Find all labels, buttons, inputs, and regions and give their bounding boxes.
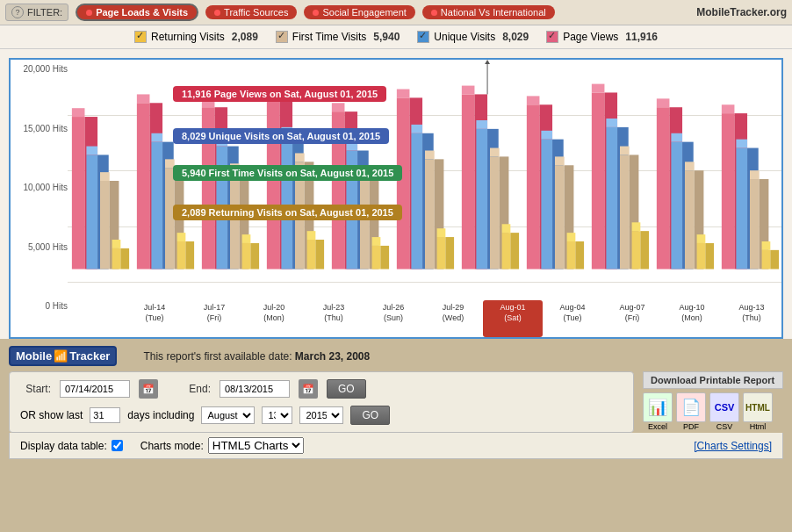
excel-icon: 📊 [643,392,673,422]
svg-marker-100 [592,84,605,93]
bar-group-0 [72,108,129,269]
filter-tab-national[interactable]: National Vs International [422,5,555,19]
svg-rect-22 [185,241,194,270]
svg-rect-63 [411,133,422,270]
day-select[interactable]: 13 [262,406,292,424]
x-label-aug04: Aug-04(Tue) [543,300,602,337]
start-label: Start: [20,383,51,395]
y-label-10k: 10,000 Hits [15,183,68,192]
svg-rect-89 [541,140,552,270]
svg-rect-132 [770,250,779,270]
start-calendar-icon[interactable]: 📅 [139,379,158,399]
filter-tab-label: Page Loads & Visits [96,7,188,18]
y-label-0: 0 Hits [15,301,68,311]
legend-checkbox-unique[interactable] [417,31,429,43]
svg-marker-17 [151,133,162,142]
controls-left: Start: 📅 End: 📅 GO OR show last days inc… [20,379,623,425]
svg-rect-54 [360,176,370,269]
svg-rect-6 [100,181,110,270]
days-label: days including [127,409,194,421]
charts-mode-select[interactable]: HTML5 Charts [208,437,304,454]
charts-mode-label: Charts mode: [140,440,204,452]
svg-rect-86 [527,104,540,269]
svg-rect-36 [267,101,280,269]
bar-group-9 [657,98,714,269]
bar-group-5 [397,90,454,270]
download-pdf[interactable]: 📄 PDF [676,392,706,431]
svg-marker-2 [72,108,85,117]
svg-rect-60 [397,97,410,269]
svg-rect-92 [555,165,565,269]
legend-unique: Unique Visits 8,029 [417,31,529,43]
svg-marker-62 [397,90,410,98]
days-input[interactable] [90,407,120,423]
pdf-label: PDF [683,422,699,431]
svg-rect-104 [620,155,630,269]
y-label-5k: 5,000 Hits [15,242,68,252]
download-excel[interactable]: 📊 Excel [643,392,673,431]
filter-tab-label3: Social Engagement [322,7,406,18]
svg-rect-110 [657,107,670,269]
svg-rect-21 [177,241,186,270]
month-select[interactable]: August [201,406,255,424]
x-label-aug07: Aug-07(Fri) [602,300,662,337]
bar-group-7 [527,96,584,269]
legend-checkbox-returning[interactable] [134,31,147,43]
x-label-jul23: Jul-23(Thu) [304,300,364,337]
svg-rect-45 [307,240,316,270]
svg-marker-68 [425,150,435,159]
svg-marker-59 [372,237,381,246]
svg-marker-71 [437,228,446,237]
svg-rect-116 [685,170,695,269]
brand-logo: Mobile 📶 Tracker [9,346,117,366]
legend-checkbox-pageviews[interactable] [546,31,558,43]
filter-tab-social[interactable]: Social Engagement [304,5,414,19]
svg-marker-124 [722,104,735,113]
charts-settings-link[interactable]: [Charts Settings] [694,440,772,452]
download-csv[interactable]: CSV CSV [709,392,739,431]
x-label-jul20: Jul-20(Mon) [244,300,304,337]
end-label: End: [180,383,211,395]
svg-rect-3 [86,155,97,269]
filter-tab-page-loads[interactable]: Page Loads & Visits [76,4,198,21]
legend-checkbox-firsttime[interactable] [276,31,288,43]
svg-rect-30 [230,172,240,269]
svg-rect-81 [502,233,511,269]
svg-marker-133 [762,241,771,250]
end-date-input[interactable] [220,380,290,398]
year-select[interactable]: 2015 [299,406,343,424]
download-icons: 📊 Excel 📄 PDF CSV CSV [643,392,783,431]
svg-rect-82 [510,233,519,269]
csv-icon: CSV [709,392,739,422]
svg-rect-10 [120,248,129,270]
svg-rect-9 [112,248,121,270]
svg-rect-15 [151,142,162,270]
svg-marker-47 [307,231,316,240]
report-date-value: March 23, 2008 [295,350,370,363]
legend-label-unique: Unique Visits [434,31,495,43]
tooltip-firsttime: 5,940 First Time Visits on Sat, August 0… [173,165,402,181]
svg-rect-125 [736,148,747,270]
filter-tab-traffic[interactable]: Traffic Sources [205,5,297,19]
svg-rect-46 [315,240,324,270]
svg-rect-72 [462,94,475,269]
x-label-aug01: Aug-01(Sat) [483,300,543,337]
display-table-checkbox[interactable] [112,440,123,451]
end-calendar-icon[interactable]: 📅 [299,379,318,399]
bar-group-10 [722,104,779,269]
svg-rect-58 [380,246,389,270]
filter-tab-label2: Traffic Sources [224,7,288,18]
x-label-jul17: Jul-17(Fri) [184,300,244,337]
bar-group-6 [462,60,519,270]
svg-marker-74 [462,86,475,95]
go2-button[interactable]: GO [350,406,390,425]
svg-rect-33 [242,243,251,270]
go-button[interactable]: GO [327,379,366,399]
brand-mobile: Mobile [16,349,52,363]
start-date-input[interactable] [60,380,130,398]
legend-value-returning: 2,089 [232,31,258,43]
x-label-jul14: Jul-14(Tue) [125,300,184,337]
date-row-start: Start: 📅 End: 📅 GO [20,379,623,399]
download-html[interactable]: HTML Html [743,392,773,431]
svg-marker-85 [485,60,490,64]
